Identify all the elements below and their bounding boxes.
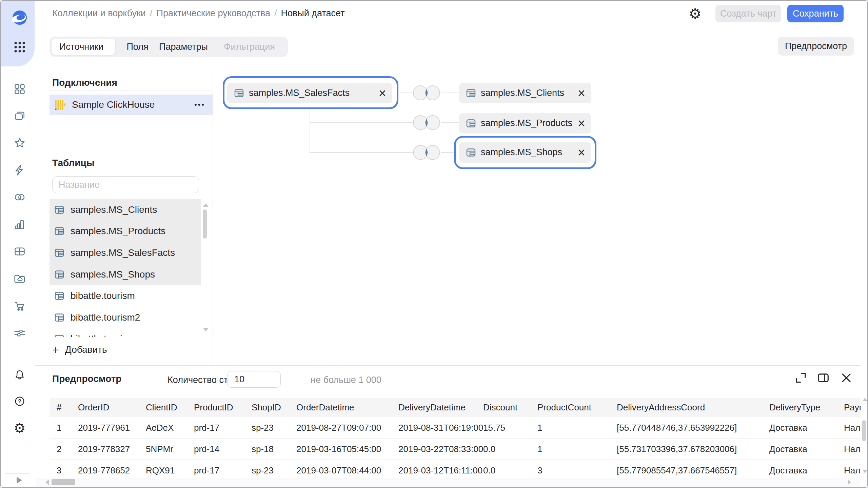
table-list-item[interactable]: samples.MS_Products xyxy=(50,221,201,242)
squares-grid-icon[interactable] xyxy=(13,83,26,96)
table-cell: 2019-03-22T08:33:00 xyxy=(398,444,483,454)
table-search xyxy=(52,176,199,193)
preview-hscrollbar-track[interactable] xyxy=(36,478,860,487)
table-list-label: bibattle.tourism xyxy=(71,290,135,301)
remove-table-icon[interactable]: × xyxy=(578,88,585,98)
table-cell: 3 xyxy=(537,465,617,476)
join-line xyxy=(310,122,413,123)
list-scrollbar-thumb[interactable] xyxy=(203,209,207,239)
table-list-item[interactable]: bibattle.tourism xyxy=(50,328,201,337)
preview-scroll-left-icon[interactable] xyxy=(45,480,49,485)
column-header-OrderID: OrderID xyxy=(78,402,146,413)
breadcrumb-item[interactable]: Практические руководства xyxy=(156,8,270,19)
remove-table-icon[interactable]: × xyxy=(578,119,585,128)
preview-table-body: 12019-777961AeDeXprd-17sp-232019-08-27T0… xyxy=(50,417,861,487)
app-window: ? ⚙ Коллекции и воркбуки/Практические ру… xyxy=(0,0,868,488)
split-panel-icon[interactable] xyxy=(817,371,830,384)
column-header-ClientID: ClientID xyxy=(146,402,194,413)
ellipsis-menu-icon[interactable]: ••• xyxy=(194,100,205,109)
play-expand-icon[interactable] xyxy=(17,477,22,484)
preview-scroll-down-icon[interactable] xyxy=(862,470,868,473)
table-cell: 1 xyxy=(537,423,617,433)
save-button[interactable]: Сохранить xyxy=(787,5,844,22)
panel-divider xyxy=(213,70,213,366)
bar-chart-icon[interactable] xyxy=(13,218,26,231)
breadcrumb-item[interactable]: Коллекции и воркбуки xyxy=(52,8,146,19)
tab-2[interactable]: Поля xyxy=(121,37,154,57)
table-list-item[interactable]: samples.MS_Clients xyxy=(50,199,201,221)
table-cell: sp-18 xyxy=(252,444,296,454)
join-line xyxy=(310,152,413,153)
table-icon xyxy=(54,205,64,215)
canvas-node-clients[interactable]: samples.MS_Clients × xyxy=(459,83,591,103)
table-list-item[interactable]: bibattle.tourism xyxy=(50,285,201,307)
datalens-logo-icon[interactable] xyxy=(12,10,27,25)
table-icon xyxy=(466,118,476,128)
table-cell: 1 xyxy=(537,444,617,454)
settings-gear-icon[interactable]: ⚙ xyxy=(688,5,703,22)
create-chart-button[interactable]: Создать чарт xyxy=(715,5,781,22)
column-header-ProductID: ProductID xyxy=(194,402,252,413)
sliders-icon[interactable] xyxy=(13,326,26,339)
preview-scroll-up-icon[interactable] xyxy=(862,398,868,401)
list-scroll-up-icon[interactable] xyxy=(203,203,209,207)
table-cell: Доставка xyxy=(769,444,844,454)
help-question-icon[interactable]: ? xyxy=(13,395,26,408)
table-cell: 2019-778652 xyxy=(78,465,146,476)
preview-scroll-right-icon[interactable] xyxy=(848,480,851,485)
canvas-node-products[interactable]: samples.MS_Products × xyxy=(459,113,591,134)
preview-hscrollbar-thumb[interactable] xyxy=(52,479,75,485)
canvas-node-shops[interactable]: samples.MS_Shops × xyxy=(459,142,591,163)
column-header-PaymentType: PaymentType xyxy=(844,402,861,413)
sidebar-divider xyxy=(5,473,30,474)
table-icon xyxy=(466,88,476,98)
tables-title: Таблицы xyxy=(52,158,95,168)
table-list-item[interactable]: bibattle.tourism2 xyxy=(50,307,201,328)
canvas-node-salesfacts[interactable]: samples.MS_SalesFacts × xyxy=(227,83,392,103)
tables-list: samples.MS_Clientssamples.MS_Productssam… xyxy=(50,199,201,337)
tab-1[interactable]: Источники xyxy=(50,37,113,57)
table-icon xyxy=(466,147,476,158)
connection-name: Sample ClickHouse xyxy=(72,99,194,110)
column-header-ProductCount: ProductCount xyxy=(537,402,617,413)
folder-cloud-icon[interactable] xyxy=(13,272,26,285)
close-icon[interactable] xyxy=(840,371,853,384)
remove-table-icon[interactable]: × xyxy=(578,148,585,157)
join-type-venn-icon[interactable] xyxy=(411,83,442,103)
svg-text:?: ? xyxy=(18,399,21,404)
connection-item-sample-clickhouse[interactable]: Sample ClickHouse ••• xyxy=(50,95,213,115)
table-cell: Доставка xyxy=(769,465,844,476)
apps-grid-icon[interactable] xyxy=(14,41,25,53)
list-scroll-down-icon[interactable] xyxy=(203,328,209,331)
join-line xyxy=(441,93,459,93)
table-list-item[interactable]: samples.MS_Shops xyxy=(50,264,201,285)
preview-vscrollbar-thumb[interactable] xyxy=(862,420,866,441)
table-cell: 2019-778327 xyxy=(78,444,146,454)
shopping-cart-icon[interactable] xyxy=(13,299,26,312)
bell-icon[interactable] xyxy=(13,368,26,381)
overlapping-circles-icon[interactable] xyxy=(13,191,26,204)
table-cell: 2019-03-12T16:11:00 xyxy=(398,465,483,476)
tab-3[interactable]: Параметры xyxy=(157,37,210,57)
expand-icon[interactable] xyxy=(794,371,807,384)
star-icon[interactable] xyxy=(13,137,26,149)
join-type-venn-icon[interactable] xyxy=(411,142,442,163)
add-table-button[interactable]: + Добавить xyxy=(52,344,107,356)
stacked-collections-icon[interactable] xyxy=(13,109,26,122)
remove-table-icon[interactable]: × xyxy=(379,88,386,98)
lightning-icon[interactable] xyxy=(13,164,26,177)
table-icon xyxy=(54,334,64,337)
gear-icon[interactable]: ⚙ xyxy=(13,422,26,434)
rows-count-input[interactable] xyxy=(227,371,281,388)
table-cell: [55.770448746,37.653992226] xyxy=(617,423,769,433)
table-cell: Наличные xyxy=(844,465,861,476)
preview-toggle-button[interactable]: Предпросмотр xyxy=(778,37,854,56)
join-type-venn-icon[interactable] xyxy=(411,113,442,133)
column-header-DeliveryDatetime: DeliveryDatetime xyxy=(398,402,483,413)
table-cell: [55.779085547,37.667546557] xyxy=(617,465,769,476)
connections-title: Подключения xyxy=(52,77,117,88)
table-search-input[interactable] xyxy=(52,176,199,193)
table-grid-icon[interactable] xyxy=(13,245,26,258)
table-icon xyxy=(54,269,64,280)
table-list-item[interactable]: samples.MS_SalesFacts xyxy=(50,242,201,264)
